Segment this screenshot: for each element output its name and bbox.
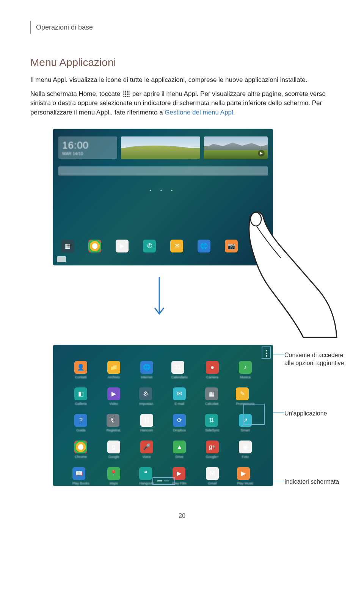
app-icon[interactable]: 👤 (74, 361, 87, 374)
app-icon[interactable]: ✎ (236, 387, 249, 400)
app-label: Impostaz. (139, 402, 154, 406)
phone-icon[interactable]: ✆ (143, 240, 156, 252)
app-tile[interactable]: Chrome (74, 441, 87, 459)
app-icon[interactable]: 31 (171, 361, 184, 374)
app-label: Chrome (74, 455, 87, 459)
app-tile[interactable]: ●Camera (206, 361, 219, 379)
app-tile[interactable]: HHancom (140, 414, 153, 432)
app-icon[interactable]: ◉ (239, 441, 252, 453)
app-icon[interactable]: ⚙ (139, 387, 152, 400)
app-icon[interactable]: 🎙 (107, 414, 119, 427)
camera-icon[interactable]: 📷 (225, 240, 238, 252)
app-tile[interactable]: ⇅SideSync (205, 414, 220, 432)
app-label: E-mail (173, 402, 186, 406)
clock-date: MAR 14/10 (62, 151, 113, 156)
app-label: Video (107, 402, 120, 406)
app-icon[interactable]: ♪ (239, 361, 252, 374)
breadcrumb: Operazioni di base (36, 24, 93, 31)
app-icon[interactable]: ⇅ (205, 414, 218, 427)
internet-icon[interactable]: 🌐 (198, 240, 210, 252)
manage-apps-link[interactable]: Gestione del menu Appl. (165, 109, 235, 116)
svg-point-3 (129, 91, 130, 92)
app-tile[interactable]: gGoogle (107, 441, 120, 459)
apps-grid-icon (123, 90, 130, 97)
app-label: Dropbox (173, 428, 186, 432)
app-icon[interactable]: H (140, 414, 153, 427)
svg-point-4 (123, 92, 124, 93)
app-label: Contatti (74, 375, 87, 379)
app-icon[interactable]: g (107, 441, 120, 453)
app-icon[interactable]: 🌐 (140, 361, 153, 374)
app-icon[interactable]: ✉ (173, 387, 186, 400)
app-icon[interactable] (74, 441, 87, 453)
app-icon[interactable]: ▲ (173, 441, 186, 453)
app-label: Guida (74, 428, 87, 432)
app-label: Hancom (140, 428, 153, 432)
svg-point-10 (127, 94, 128, 95)
app-label: Foto (239, 455, 252, 459)
svg-point-11 (129, 94, 130, 95)
app-icon[interactable]: ◧ (74, 387, 87, 400)
callout-box-app (243, 404, 265, 425)
app-tile[interactable]: ▦Calcolatr. (205, 387, 220, 406)
app-icon[interactable]: g+ (206, 441, 219, 453)
app-icon[interactable]: ▦ (205, 387, 218, 400)
app-tile[interactable]: 👤Contatti (74, 361, 87, 379)
multi-window-tray[interactable] (57, 256, 66, 262)
search-bar[interactable] (58, 166, 268, 176)
app-icon[interactable]: ⟳ (173, 414, 186, 427)
app-tile[interactable]: ♪Musica (239, 361, 252, 379)
svg-point-1 (125, 91, 126, 92)
app-icon[interactable]: 🎤 (140, 441, 153, 453)
svg-point-5 (125, 92, 126, 93)
app-label: Calcolatr. (205, 402, 220, 406)
app-tile[interactable]: ⚙Impostaz. (139, 387, 154, 406)
svg-point-12 (123, 96, 124, 97)
app-label: Registrat. (107, 428, 121, 432)
app-tile[interactable]: 📁Archivio (107, 361, 120, 379)
app-label: Smart (239, 428, 252, 432)
app-tile[interactable]: g+Google+ (206, 441, 219, 459)
app-label: Galleria (74, 402, 87, 406)
app-tile[interactable]: ▲Drive (173, 441, 186, 459)
play-store-icon[interactable]: ▶ (116, 240, 129, 252)
svg-point-15 (129, 96, 130, 97)
app-icon[interactable]: 📁 (107, 361, 120, 374)
app-tile[interactable]: ◧Galleria (74, 387, 87, 406)
app-tile[interactable]: 🎙Registrat. (107, 414, 121, 432)
hand-illustration (239, 209, 337, 341)
app-tile[interactable]: 31Calendario (171, 361, 188, 379)
app-label: Internet (140, 375, 153, 379)
landscape-widget (121, 136, 200, 159)
messaging-icon[interactable]: ✉ (170, 240, 183, 252)
app-tile[interactable]: 🎤Voice (140, 441, 153, 459)
app-tile[interactable]: ⟳Dropbox (173, 414, 186, 432)
svg-point-8 (123, 94, 124, 95)
app-grid: 👤Contatti📁Archivio🌐Internet31Calendario●… (53, 349, 273, 485)
app-icon[interactable]: ? (74, 414, 87, 427)
app-label: Camera (206, 375, 219, 379)
apps-icon[interactable]: ▦ (61, 240, 74, 252)
paragraph-1: Il menu Appl. visualizza le icone di tut… (30, 75, 334, 85)
app-tile[interactable]: ✉E-mail (173, 387, 186, 406)
svg-point-14 (127, 96, 128, 97)
app-icon[interactable]: ● (206, 361, 219, 374)
down-arrow-icon (152, 273, 167, 322)
app-label: Drive (173, 455, 186, 459)
page-indicators: • • • (53, 188, 273, 193)
app-label: Archivio (107, 375, 120, 379)
app-tile[interactable]: ◉Foto (239, 441, 252, 459)
svg-point-17 (251, 212, 261, 226)
app-tile[interactable]: ✎Promemoria (236, 387, 254, 406)
app-label: Voice (140, 455, 153, 459)
app-icon[interactable]: ▶ (107, 387, 120, 400)
section-title: Menu Applicazioni (30, 56, 334, 69)
clock-time: 16:00 (62, 140, 113, 151)
chrome-icon[interactable] (88, 240, 101, 252)
app-tile[interactable]: ?Guida (74, 414, 87, 432)
app-label: SideSync (205, 428, 220, 432)
screen-indicators[interactable] (53, 476, 273, 483)
svg-point-7 (129, 92, 130, 93)
app-tile[interactable]: ▶Video (107, 387, 120, 406)
app-tile[interactable]: 🌐Internet (140, 361, 153, 379)
